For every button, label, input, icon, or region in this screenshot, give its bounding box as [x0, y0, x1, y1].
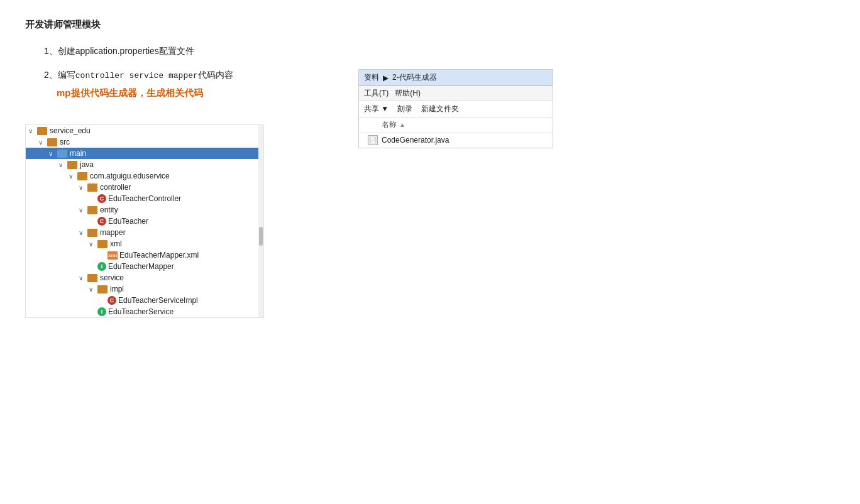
tree-label-xml-folder: xml: [110, 239, 122, 248]
tree-label-impl: impl: [110, 285, 124, 293]
tree-label-java: java: [80, 160, 94, 169]
folder-icon-service: [87, 274, 97, 282]
tree-item-edu-teacher-mapper[interactable]: I EduTeacherMapper: [26, 261, 263, 272]
folder-icon-entity: [87, 206, 97, 214]
tree-item-edu-teacher-mapper-xml[interactable]: xml EduTeacherMapper.xml: [26, 249, 263, 261]
tree-arrow-src: ∨: [38, 139, 46, 146]
tree-label-package: com.atguigu.eduservice: [90, 172, 170, 180]
fe-breadcrumb-end: 2-代码生成器: [392, 72, 437, 83]
section1-text: 1、创建application.properties配置文件: [44, 46, 835, 57]
tree-item-edu-teacher[interactable]: C EduTeacher: [26, 216, 263, 227]
class-icon-service-impl: C: [108, 296, 116, 305]
folder-icon-java: [67, 161, 77, 169]
class-icon-ctrl: C: [97, 194, 106, 203]
tree-arrow-main: ∨: [48, 150, 56, 157]
section2-suffix: 代码内容: [198, 70, 233, 80]
folder-icon-main: [57, 150, 67, 158]
tree-arrow-service: ∨: [79, 275, 86, 282]
fe-share-btn[interactable]: 共享 ▼: [364, 104, 389, 114]
tree-arrow-service-edu: ∨: [28, 128, 36, 134]
tree-arrow-java: ∨: [58, 162, 66, 168]
tree-label-edu-teacher: EduTeacher: [108, 217, 148, 226]
tree-item-controller[interactable]: ∨ controller: [26, 182, 263, 193]
tree-arrow-package: ∨: [69, 173, 76, 180]
fe-burn-btn[interactable]: 刻录: [397, 104, 412, 114]
tree-label-src: src: [60, 138, 70, 146]
fe-menu-tools[interactable]: 工具(T): [364, 88, 389, 99]
tree-label-edu-teacher-mapper-xml: EduTeacherMapper.xml: [119, 251, 199, 260]
tree-label-edu-teacher-service: EduTeacherService: [108, 307, 174, 316]
tree-arrow-impl: ∨: [89, 286, 96, 293]
tree-item-package[interactable]: ∨ com.atguigu.eduservice: [26, 170, 263, 182]
fe-new-folder-btn[interactable]: 新建文件夹: [421, 104, 459, 114]
tree-item-service[interactable]: ∨ service: [26, 272, 263, 283]
section-1: 1、创建application.properties配置文件: [25, 46, 835, 57]
file-tree-area: ∨ service_edu ∨ src ∨ main ∨: [25, 124, 835, 320]
tree-label-controller: controller: [100, 183, 131, 192]
file-tree-panel: ∨ service_edu ∨ src ∨ main ∨: [25, 124, 264, 318]
folder-icon-src: [47, 138, 57, 146]
tree-item-xml-folder[interactable]: ∨ xml: [26, 238, 263, 249]
folder-icon-impl: [97, 285, 108, 293]
folder-icon-controller: [87, 184, 97, 192]
folder-icon-service-edu: [37, 127, 47, 135]
tree-arrow-mapper: ∨: [79, 229, 86, 236]
page-title: 开发讲师管理模块: [25, 19, 835, 31]
tree-arrow-entity: ∨: [79, 207, 86, 214]
tree-label-mapper: mapper: [100, 228, 126, 237]
folder-icon-package: [77, 172, 87, 180]
tree-label-edu-teacher-service-impl: EduTeacherServiceImpl: [118, 296, 198, 305]
fe-breadcrumb-arrow: ▶: [383, 74, 389, 82]
tree-item-edu-teacher-service-impl[interactable]: C EduTeacherServiceImpl: [26, 295, 263, 306]
fe-menubar: 工具(T) 帮助(H): [359, 86, 553, 101]
tree-label-main: main: [70, 149, 86, 158]
tree-item-mapper[interactable]: ∨ mapper: [26, 227, 263, 238]
section2-code: controller service mapper: [75, 71, 198, 80]
tree-arrow-xml: ∨: [89, 241, 96, 248]
scrollbar[interactable]: [258, 125, 263, 317]
tree-item-java[interactable]: ∨ java: [26, 159, 263, 170]
tree-item-edu-teacher-service[interactable]: I EduTeacherService: [26, 306, 263, 317]
tree-item-src[interactable]: ∨ src: [26, 136, 263, 148]
tree-item-edu-teacher-ctrl[interactable]: C EduTeacherController: [26, 193, 263, 204]
class-icon-entity: C: [97, 217, 106, 226]
fe-titlebar: 资料 ▶ 2-代码生成器: [359, 70, 553, 86]
tree-label-edu-teacher-ctrl: EduTeacherController: [108, 194, 181, 203]
interface-icon-mapper: I: [97, 262, 106, 271]
tree-label-edu-teacher-mapper: EduTeacherMapper: [108, 262, 174, 271]
folder-icon-xml: [97, 240, 108, 248]
xml-file-icon: xml: [108, 251, 118, 260]
tree-item-impl[interactable]: ∨ impl: [26, 283, 263, 295]
file-tree-wrapper: ∨ service_edu ∨ src ∨ main ∨: [25, 124, 264, 318]
section2-prefix: 2、编写: [44, 70, 75, 80]
tree-label-entity: entity: [100, 205, 118, 214]
fe-breadcrumb-start: 资料: [364, 72, 379, 83]
tree-item-main[interactable]: ∨ main: [26, 148, 263, 159]
fe-toolbar: 共享 ▼ 刻录 新建文件夹: [359, 101, 553, 118]
scrollbar-thumb: [259, 227, 263, 246]
tree-item-service-edu[interactable]: ∨ service_edu: [26, 125, 263, 136]
tree-label-service-edu: service_edu: [50, 126, 91, 135]
tree-item-entity[interactable]: ∨ entity: [26, 204, 263, 216]
interface-icon-service: I: [97, 307, 106, 316]
tree-label-service: service: [100, 273, 124, 282]
folder-icon-mapper: [87, 229, 97, 237]
tree-arrow-controller: ∨: [79, 184, 86, 191]
fe-menu-help[interactable]: 帮助(H): [395, 88, 421, 99]
